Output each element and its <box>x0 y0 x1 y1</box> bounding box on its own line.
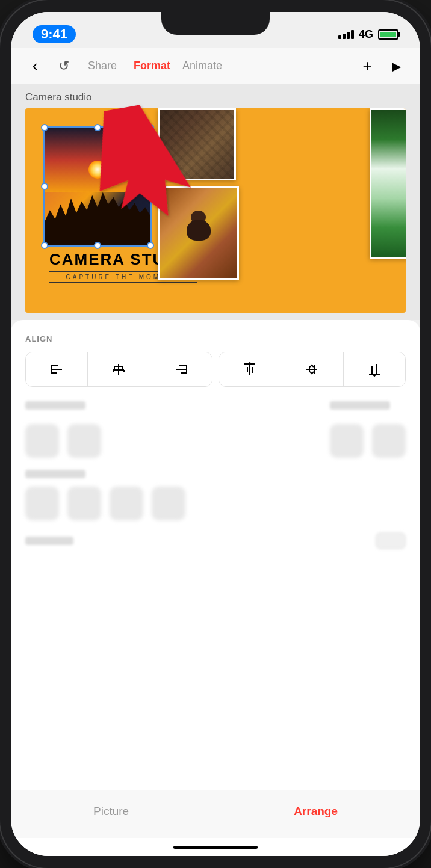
home-bar <box>173 846 258 849</box>
handle-top-right[interactable] <box>147 124 154 131</box>
sunset-image <box>45 128 150 245</box>
flip-right <box>330 401 406 458</box>
toolbar: ‹ ↺ Share Format Animate + ▶ <box>11 48 420 84</box>
distribute-buttons <box>25 424 101 458</box>
share-button[interactable]: Share <box>88 60 117 72</box>
alligator-scales <box>160 110 234 179</box>
horizontal-align-group <box>25 352 212 387</box>
network-label: 4G <box>359 28 373 41</box>
photo-waterfall[interactable] <box>370 108 406 259</box>
photo-spider[interactable] <box>158 186 239 280</box>
status-time: 9:41 <box>33 25 76 43</box>
toolbar-tabs: Format Animate <box>129 57 227 75</box>
rotation-value[interactable] <box>376 532 406 549</box>
selected-photo-sunset[interactable] <box>43 126 152 247</box>
slide-wrapper: Camera studio 📷 CAMERA STUDIO CAPTURE TH… <box>11 84 420 320</box>
opacity-section <box>25 470 406 520</box>
spider-image <box>160 188 237 278</box>
handle-mid-right[interactable] <box>147 183 154 190</box>
distribute-section <box>25 401 406 458</box>
tab-format[interactable]: Format <box>129 57 175 75</box>
bottom-tab-bar: Picture Arrange <box>11 790 420 838</box>
sunset-silhouette <box>45 186 150 245</box>
signal-bar-1 <box>338 35 341 39</box>
distribute-left <box>25 401 101 458</box>
distribute-label <box>25 401 85 410</box>
opacity-buttons <box>25 487 406 520</box>
battery-fill <box>380 32 396 37</box>
handle-top-mid[interactable] <box>94 124 101 131</box>
handle-bottom-mid[interactable] <box>94 242 101 249</box>
handle-bottom-left[interactable] <box>41 242 48 249</box>
battery-icon <box>378 29 398 40</box>
opacity-btn-1[interactable] <box>25 487 59 520</box>
flip-buttons <box>330 424 406 458</box>
opacity-btn-2[interactable] <box>67 487 101 520</box>
opacity-btn-3[interactable] <box>110 487 143 520</box>
distribute-btn-1[interactable] <box>25 424 59 458</box>
align-top-button[interactable] <box>219 352 281 386</box>
align-right-button[interactable] <box>150 352 212 386</box>
format-panel: ALIGN <box>11 320 420 790</box>
alligator-image <box>160 110 234 179</box>
tab-arrange[interactable]: Arrange <box>279 800 352 823</box>
flip-btn-2[interactable] <box>372 424 406 458</box>
signal-bar-3 <box>347 32 350 39</box>
status-right: 4G <box>338 28 398 41</box>
flip-btn-1[interactable] <box>330 424 364 458</box>
tab-picture[interactable]: Picture <box>79 800 143 823</box>
waterfall-image <box>371 110 406 257</box>
signal-bars <box>338 30 354 39</box>
tab-animate[interactable]: Animate <box>178 57 227 75</box>
notch <box>161 12 270 35</box>
slide-label: Camera studio <box>11 89 420 108</box>
align-buttons-row <box>25 352 406 387</box>
rotation-section <box>25 532 406 549</box>
handle-top-left[interactable] <box>41 124 48 131</box>
align-center-h-button[interactable] <box>88 352 150 386</box>
handle-mid-left[interactable] <box>41 183 48 190</box>
main-content: ‹ ↺ Share Format Animate + ▶ Camera stud… <box>11 48 420 856</box>
distribute-btn-2[interactable] <box>67 424 101 458</box>
add-button[interactable]: + <box>358 57 377 75</box>
signal-bar-4 <box>351 30 354 39</box>
align-center-v-button[interactable] <box>281 352 343 386</box>
opacity-label <box>25 470 85 478</box>
play-button[interactable]: ▶ <box>386 59 406 73</box>
align-left-button[interactable] <box>26 352 88 386</box>
slide-area: Camera studio 📷 CAMERA STUDIO CAPTURE TH… <box>11 84 420 320</box>
opacity-btn-4[interactable] <box>152 487 185 520</box>
vertical-align-group <box>219 352 406 387</box>
flip-label <box>330 401 390 410</box>
rotation-label <box>25 537 73 545</box>
sunset-sun <box>88 161 107 179</box>
photo-alligator[interactable] <box>158 108 236 180</box>
handle-bottom-right[interactable] <box>147 242 154 249</box>
rotation-line <box>81 541 368 541</box>
align-section-label: ALIGN <box>25 334 406 343</box>
back-button[interactable]: ‹ <box>25 57 45 75</box>
signal-bar-2 <box>343 34 346 39</box>
phone-frame: 9:41 4G ‹ ↺ Share <box>0 0 431 868</box>
align-bottom-button[interactable] <box>344 352 405 386</box>
slide-canvas[interactable]: 📷 CAMERA STUDIO CAPTURE THE MOMENT <box>25 108 406 313</box>
distribute-row <box>25 401 406 458</box>
home-indicator <box>11 838 420 856</box>
spider-body <box>187 220 211 241</box>
phone-screen: 9:41 4G ‹ ↺ Share <box>11 12 420 856</box>
undo-button[interactable]: ↺ <box>54 58 73 74</box>
